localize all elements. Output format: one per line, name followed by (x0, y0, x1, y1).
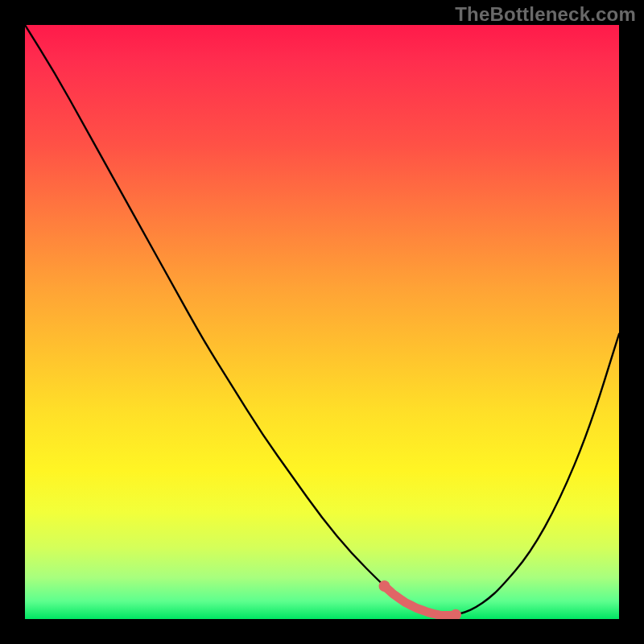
watermark-text: TheBottleneck.com (455, 3, 636, 26)
heat-gradient-background (25, 25, 619, 619)
watermark-label: TheBottleneck.com (455, 3, 636, 25)
chart-container: TheBottleneck.com (0, 0, 644, 644)
plot-area (25, 25, 619, 619)
